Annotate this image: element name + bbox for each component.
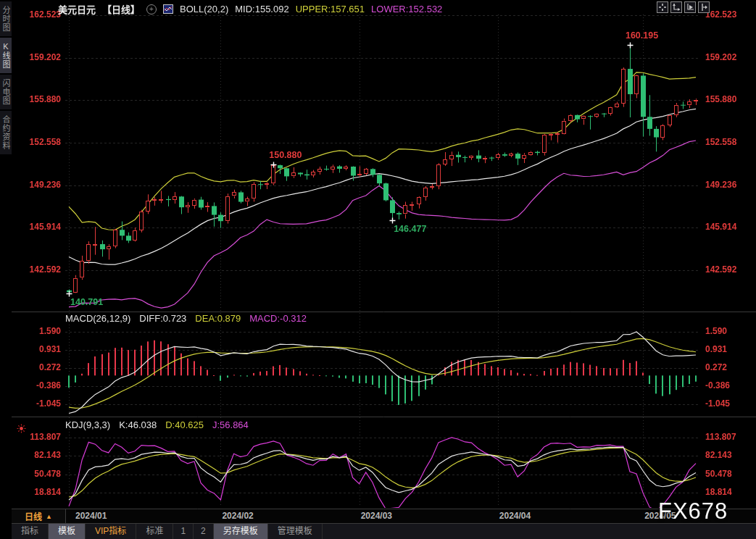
- symbol-name: 美元日元: [58, 2, 96, 16]
- y-axis-tick-left: 145.914: [13, 222, 61, 232]
- axis-shift-icon[interactable]: [698, 1, 710, 13]
- period-selector[interactable]: 日线 ▲: [12, 509, 66, 523]
- fx678-watermark: FX678: [658, 498, 728, 525]
- x-axis-month-label: 2024/03: [361, 511, 392, 521]
- tab-2[interactable]: 2: [194, 524, 214, 539]
- price-annotation: 146.477: [394, 224, 426, 234]
- y-axis-tick-right: 82.143: [705, 450, 732, 460]
- y-axis-tick-right: 142.592: [705, 264, 736, 275]
- y-axis-tick-right: 0.931: [705, 344, 727, 354]
- boll-indicator-icon[interactable]: [163, 4, 173, 14]
- kdj-label[interactable]: KDJ(9,3,3): [65, 419, 110, 430]
- kdj-k-value: K:46.038: [119, 419, 157, 430]
- boll-upper-value: UPPER:157.651: [296, 4, 365, 14]
- bottom-toolbar: 指标 模板 VIP指标 标准 1 2 另存模板 管理模板: [12, 523, 756, 539]
- period-up-arrow-icon: ▲: [46, 513, 52, 520]
- sidebar-item-contract-info[interactable]: 合约资料: [0, 111, 12, 154]
- y-axis-tick-left: 1.590: [13, 326, 61, 336]
- y-axis-tick-right: 159.202: [705, 52, 736, 62]
- sidebar-item-kline[interactable]: K线图: [0, 38, 12, 73]
- tab-templates[interactable]: 模板: [49, 524, 86, 539]
- macd-dea-value: DEA:0.879: [195, 313, 241, 324]
- y-axis-tick-right: 155.880: [705, 94, 736, 104]
- kdj-header: KDJ(9,3,3) K:46.038 D:40.625 J:56.864: [65, 419, 249, 430]
- x-axis-month-label: 2024/01: [75, 511, 107, 521]
- boll-lower-value: LOWER:152.532: [371, 4, 442, 14]
- y-axis-tick-left: 0.931: [13, 344, 61, 354]
- y-axis-tick-right: 1.590: [705, 326, 727, 336]
- chart-header: 美元日元 【日线】 + BOLL(20,2) MID:155.092 UPPER…: [58, 2, 442, 16]
- macd-label[interactable]: MACD(26,12,9): [65, 313, 130, 324]
- y-axis-tick-left: -0.386: [13, 380, 61, 390]
- x-axis-month-label: 2024/04: [499, 511, 531, 521]
- y-axis-tick-left: 162.523: [13, 9, 61, 20]
- boll-mid-value: MID:155.092: [235, 4, 288, 14]
- sidebar-item-lightning[interactable]: 闪电图: [0, 75, 12, 109]
- y-axis-tick-left: 142.592: [13, 264, 61, 275]
- sidebar-item-timeshare[interactable]: 分时图: [0, 1, 12, 36]
- y-axis-tick-right: -1.045: [705, 398, 730, 409]
- chart-type-sidebar: 分时图 K线图 闪电图 合约资料: [0, 0, 12, 539]
- kdj-j-value: J:56.864: [212, 419, 249, 430]
- y-axis-tick-right: 162.523: [705, 9, 736, 20]
- price-annotation: 150.880: [269, 150, 302, 160]
- y-axis-tick-left: 18.814: [13, 487, 61, 497]
- tab-standard[interactable]: 标准: [136, 524, 173, 539]
- y-axis-tick-right: 149.236: [705, 180, 736, 190]
- y-axis-tick-right: 113.807: [705, 432, 736, 442]
- y-axis-tick-right: 50.478: [705, 469, 732, 479]
- y-axis-tick-right: 0.272: [705, 362, 727, 372]
- y-axis-tick-left: 0.272: [13, 362, 61, 372]
- y-axis-tick-right: 145.914: [705, 222, 736, 232]
- macd-header: MACD(26,12,9) DIFF:0.723 DEA:0.879 MACD:…: [65, 313, 307, 324]
- y-axis-tick-right: 18.814: [705, 487, 732, 497]
- axis-scale-icon[interactable]: [684, 1, 696, 13]
- x-axis-month-label: 2024/02: [222, 511, 253, 521]
- chart-tool-buttons: [657, 1, 710, 13]
- y-axis-tick-left: 155.880: [13, 94, 61, 104]
- y-axis-tick-right: -0.386: [705, 380, 730, 390]
- macd-bar-value: MACD:-0.312: [249, 313, 307, 324]
- y-axis-tick-left: 159.202: [13, 52, 61, 62]
- axis-fit-icon[interactable]: [670, 1, 682, 13]
- macd-diff-value: DIFF:0.723: [139, 313, 186, 324]
- kdj-d-value: D:40.625: [165, 419, 204, 430]
- y-axis-tick-left: 82.143: [13, 450, 61, 460]
- y-axis-tick-left: 149.236: [13, 180, 61, 190]
- price-annotation: 160.195: [626, 30, 658, 41]
- period-tag: 【日线】: [102, 2, 140, 16]
- tab-1[interactable]: 1: [173, 524, 194, 539]
- tab-save-template[interactable]: 另存模板: [214, 524, 268, 539]
- period-selector-label: 日线: [25, 510, 42, 522]
- tab-vip-indicators[interactable]: VIP指标: [86, 524, 136, 539]
- y-axis-tick-left: 50.478: [13, 469, 61, 479]
- y-axis-tick-left: -1.045: [13, 398, 61, 409]
- chart-canvas[interactable]: [0, 0, 756, 539]
- tab-manage-templates[interactable]: 管理模板: [268, 524, 323, 539]
- y-axis-tick-left: 152.558: [13, 137, 61, 147]
- y-axis-tick-right: 152.558: [705, 137, 736, 147]
- crosshair-tool-icon[interactable]: [657, 1, 668, 13]
- tab-indicators[interactable]: 指标: [12, 524, 49, 539]
- indicator-alert-icon[interactable]: [17, 423, 26, 436]
- boll-label[interactable]: BOLL(20,2): [180, 4, 228, 14]
- price-annotation: 140.791: [70, 297, 103, 307]
- circle-plus-icon[interactable]: +: [146, 4, 157, 14]
